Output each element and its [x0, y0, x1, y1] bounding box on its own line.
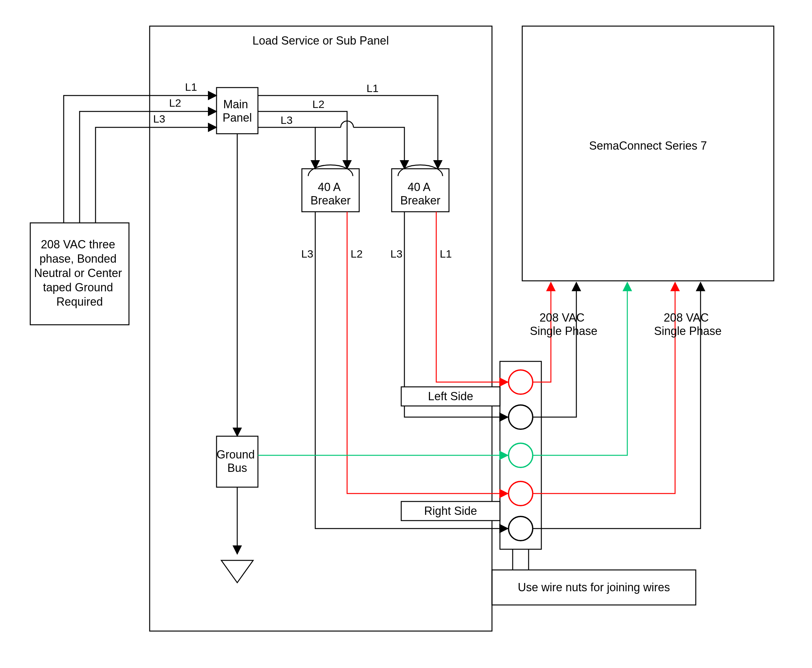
left-side-label: Left Side [428, 390, 473, 403]
ground-symbol-icon [221, 560, 253, 583]
right-side-label: Right Side [424, 504, 477, 518]
terminal-5 [508, 516, 533, 541]
terminal-1 [508, 370, 533, 394]
label-l2-in: L2 [169, 97, 181, 109]
label-l3-mp: L3 [281, 114, 292, 126]
wire-term2-up [533, 282, 576, 417]
wire-term3-up [533, 282, 627, 455]
label-l1-in: L1 [185, 81, 197, 93]
wire-source-l2 [80, 112, 217, 223]
wire-mp-l3c [353, 127, 404, 169]
phase2-label: 208 VAC Single Phase [654, 311, 722, 337]
semaconnect-box [522, 26, 774, 281]
semaconnect-label: SemaConnect Series 7 [589, 139, 707, 152]
breaker2-label: 40 A Breaker [400, 180, 440, 207]
wire-b1-l2-term4 [347, 277, 508, 494]
wire-nuts-label: Use wire nuts for joining wires [518, 581, 670, 594]
wire-source-l1 [63, 95, 217, 223]
load-service-panel [150, 26, 492, 631]
wire-b2-l1-term1 [436, 277, 508, 382]
source-box-text: 208 VAC three phase, Bonded Neutral or C… [34, 238, 125, 308]
label-l1-b2: L1 [440, 248, 452, 260]
label-l3-b1: L3 [301, 248, 313, 260]
label-l3-b2: L3 [390, 248, 403, 260]
breaker1-label: 40 A Breaker [311, 180, 351, 207]
label-l3-in: L3 [153, 113, 165, 125]
wire-mp-l3a [258, 127, 315, 169]
terminal-3 [508, 443, 533, 468]
terminal-2 [508, 405, 533, 429]
wire-source-l3 [95, 127, 217, 223]
wiring-diagram: Load Service or Sub Panel 208 VAC three … [0, 0, 812, 668]
phase1-label: 208 VAC Single Phase [530, 311, 597, 337]
ground-bus-label: Ground Bus [217, 448, 258, 474]
label-l2-mp: L2 [312, 98, 324, 110]
label-l2-b1: L2 [351, 248, 363, 260]
main-panel-label: Main Panel [222, 98, 252, 124]
terminal-4 [508, 481, 533, 506]
wire-mp-l2 [258, 112, 347, 169]
panel-title: Load Service or Sub Panel [252, 34, 389, 47]
wire-mp-l1 [258, 95, 438, 169]
label-l1-mp: L1 [366, 82, 379, 94]
